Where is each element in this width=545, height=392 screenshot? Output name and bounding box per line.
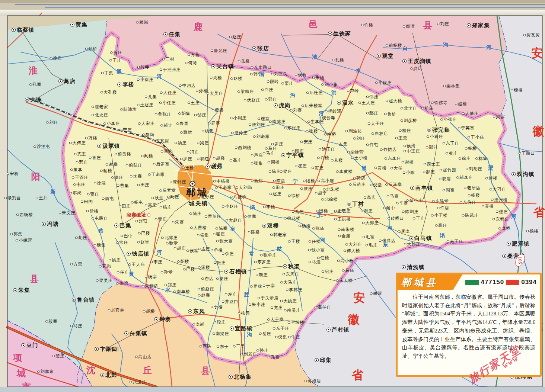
info-box-codes: 477150 0394 (453, 274, 540, 290)
county-info-box: 郸城县 477150 0394 位于河南省东部，东临安徽省。属于周口市。传春秋时… (396, 273, 542, 377)
map-page: 郸城城关镇任集黄集临蔡镇葛店大连李楼吴台镇张店生铁冢观堂王皮溜镇郑家集汲冢镇城郊… (0, 0, 545, 392)
postal-code: 477150 (481, 279, 504, 286)
area-code-swatch (506, 280, 519, 285)
info-box-title: 郸城县 (398, 276, 438, 289)
postal-code-swatch (465, 280, 479, 285)
info-box-header: 郸城县 477150 0394 (398, 274, 540, 290)
page-edge-bottom (0, 387, 545, 392)
info-box-description: 位于河南省东部，东临安徽省。属于周口市。传春秋时道家创始人老子在此将“丹”炼成，… (398, 290, 540, 360)
area-code: 0394 (521, 279, 537, 286)
